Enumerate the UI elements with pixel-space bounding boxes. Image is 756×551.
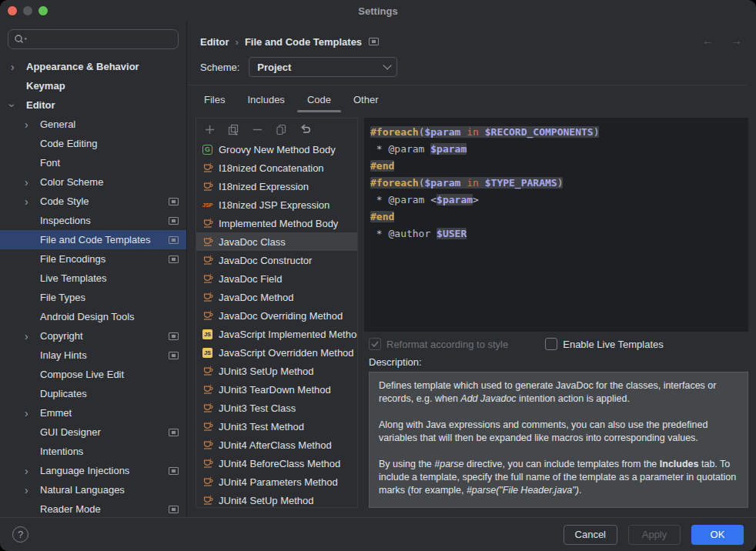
sidebar-item-duplicates[interactable]: Duplicates xyxy=(0,384,186,403)
tab-includes[interactable]: Includes xyxy=(237,85,294,113)
sidebar-item-editor[interactable]: ›Editor xyxy=(0,95,186,115)
sidebar-item-compose-live-edit[interactable]: Compose Live Edit xyxy=(0,365,186,384)
tab-files[interactable]: Files xyxy=(194,85,235,113)
template-list-item[interactable]: JSJavaScript Overridden Method xyxy=(196,343,357,362)
template-name: JUnit3 TearDown Method xyxy=(219,384,331,396)
template-list-item[interactable]: JavaDoc Method xyxy=(196,288,357,306)
sidebar-item-general[interactable]: ›General xyxy=(0,115,186,134)
breadcrumb-editor[interactable]: Editor xyxy=(200,36,229,48)
template-code-editor[interactable]: #foreach($param in $RECORD_COMPONENTS) *… xyxy=(364,118,748,332)
chevron-right-icon[interactable]: › xyxy=(25,485,40,496)
template-list-item[interactable]: I18nized Expression xyxy=(196,177,357,195)
sidebar-item-appearance-behavior[interactable]: ›Appearance & Behavior xyxy=(0,57,186,76)
template-list-item[interactable]: JUnit4 BeforeClass Method xyxy=(196,454,357,473)
duplicate-icon[interactable] xyxy=(228,124,239,135)
chevron-right-icon[interactable]: › xyxy=(25,466,40,476)
sidebar-item-file-and-code-templates[interactable]: File and Code Templates xyxy=(0,230,186,249)
template-name: JavaDoc Field xyxy=(219,273,282,285)
zoom-window-button[interactable] xyxy=(38,6,48,15)
sidebar-item-label: Live Templates xyxy=(40,272,106,284)
template-list-item[interactable]: JUnit3 Test Method xyxy=(196,417,357,436)
forward-arrow-icon[interactable]: → xyxy=(731,34,742,47)
code-token: $param xyxy=(430,143,467,155)
sidebar-item-font[interactable]: Font xyxy=(0,153,186,172)
sidebar-item-label: Font xyxy=(40,157,60,169)
cancel-button[interactable]: Cancel xyxy=(564,525,617,545)
template-list-item[interactable]: JUnit3 SetUp Method xyxy=(196,362,357,380)
sidebar-item-language-injections[interactable]: ›Language Injections xyxy=(0,461,186,480)
code-token: in xyxy=(467,126,479,138)
template-list-item[interactable]: JavaDoc Overriding Method xyxy=(196,306,357,325)
template-name: JavaDoc Constructor xyxy=(219,255,312,266)
template-list-item[interactable]: JSPI18nized JSP Expression xyxy=(196,195,357,214)
sidebar-item-file-types[interactable]: File Types xyxy=(0,288,186,307)
template-list-item[interactable]: JavaDoc Class xyxy=(196,232,357,251)
chevron-right-icon[interactable]: › xyxy=(25,119,40,130)
sidebar-item-label: Language Injections xyxy=(40,465,129,476)
chevron-right-icon[interactable]: › xyxy=(25,196,40,207)
close-window-button[interactable] xyxy=(8,6,17,15)
chevron-right-icon[interactable]: › xyxy=(25,331,40,342)
tab-other[interactable]: Other xyxy=(343,85,389,113)
revert-icon[interactable] xyxy=(299,124,312,135)
help-button[interactable]: ? xyxy=(12,526,28,543)
sidebar-item-color-scheme[interactable]: ›Color Scheme xyxy=(0,172,186,192)
reformat-checkbox[interactable] xyxy=(369,338,381,350)
sidebar-item-inspections[interactable]: Inspections xyxy=(0,211,186,230)
sidebar-item-android-design-tools[interactable]: Android Design Tools xyxy=(0,307,186,326)
template-list-item[interactable]: JUnit4 SetUp Method xyxy=(196,491,357,507)
template-list-item[interactable]: GGroovy New Method Body xyxy=(196,140,357,159)
add-icon[interactable] xyxy=(204,124,216,135)
project-level-settings-icon xyxy=(169,255,179,263)
sidebar-item-emmet[interactable]: ›Emmet xyxy=(0,403,186,422)
template-list-item[interactable]: I18nized Concatenation xyxy=(196,159,357,177)
remove-icon[interactable] xyxy=(252,124,263,135)
sidebar-item-label: Inlay Hints xyxy=(40,349,87,361)
settings-search-input[interactable] xyxy=(8,29,179,49)
sidebar-item-gui-designer[interactable]: GUI Designer xyxy=(0,422,186,442)
sidebar-item-code-style[interactable]: ›Code Style xyxy=(0,192,186,211)
sidebar-item-live-templates[interactable]: Live Templates xyxy=(0,269,186,288)
apply-button[interactable]: Apply xyxy=(628,525,681,545)
java-template-icon xyxy=(202,162,213,173)
sidebar-item-file-encodings[interactable]: File Encodings xyxy=(0,249,186,269)
project-level-settings-icon xyxy=(169,236,179,244)
sidebar-item-copyright[interactable]: ›Copyright xyxy=(0,326,186,346)
tab-code[interactable]: Code xyxy=(297,85,341,113)
sidebar-item-intentions[interactable]: Intentions xyxy=(0,442,186,461)
description-box[interactable]: Defines template which used to generate … xyxy=(369,372,748,508)
minimize-window-button[interactable] xyxy=(23,6,32,15)
java-template-icon xyxy=(202,310,213,321)
copy-icon[interactable] xyxy=(276,124,287,135)
sidebar-item-inlay-hints[interactable]: Inlay Hints xyxy=(0,346,186,365)
java-template-icon xyxy=(202,495,213,506)
highlighted-range: $USER xyxy=(437,228,467,239)
ok-button[interactable]: OK xyxy=(691,525,744,545)
scheme-dropdown[interactable]: Project xyxy=(249,57,397,77)
chevron-right-icon[interactable]: › xyxy=(25,408,40,419)
sidebar-item-code-editing[interactable]: Code Editing xyxy=(0,134,186,153)
description-paragraph: Defines template which used to generate … xyxy=(379,379,738,406)
description-text-run: #parse("File Header.java") xyxy=(467,485,579,496)
template-list-item[interactable]: JUnit3 Test Class xyxy=(196,399,357,417)
template-list-item[interactable]: JUnit4 Parameters Method xyxy=(196,473,357,491)
chevron-down-icon[interactable]: › xyxy=(11,100,26,111)
template-list-item[interactable]: JUnit4 AfterClass Method xyxy=(196,436,357,454)
back-arrow-icon[interactable]: ← xyxy=(702,34,714,47)
java-template-icon xyxy=(202,421,213,432)
template-list-item[interactable]: JavaDoc Constructor xyxy=(196,251,357,269)
template-list-item[interactable]: JUnit3 TearDown Method xyxy=(196,380,357,399)
template-list-item[interactable]: JavaDoc Field xyxy=(196,269,357,288)
sidebar-item-reader-mode[interactable]: Reader Mode xyxy=(0,499,186,517)
enable-live-templates-checkbox[interactable] xyxy=(545,338,557,350)
template-list-item[interactable]: JSJavaScript Implemented Method xyxy=(196,325,357,343)
template-list-item[interactable]: Implemented Method Body xyxy=(196,214,357,232)
java-template-icon xyxy=(202,218,213,229)
chevron-right-icon[interactable]: › xyxy=(25,177,40,188)
code-line: * @author $USER xyxy=(370,225,748,242)
breadcrumb: Editor › File and Code Templates xyxy=(187,22,756,52)
sidebar-item-keymap[interactable]: Keymap xyxy=(0,76,186,95)
chevron-right-icon[interactable]: › xyxy=(11,62,26,72)
sidebar-item-natural-languages[interactable]: ›Natural Languages xyxy=(0,480,186,499)
sidebar-item-label: GUI Designer xyxy=(40,426,101,438)
